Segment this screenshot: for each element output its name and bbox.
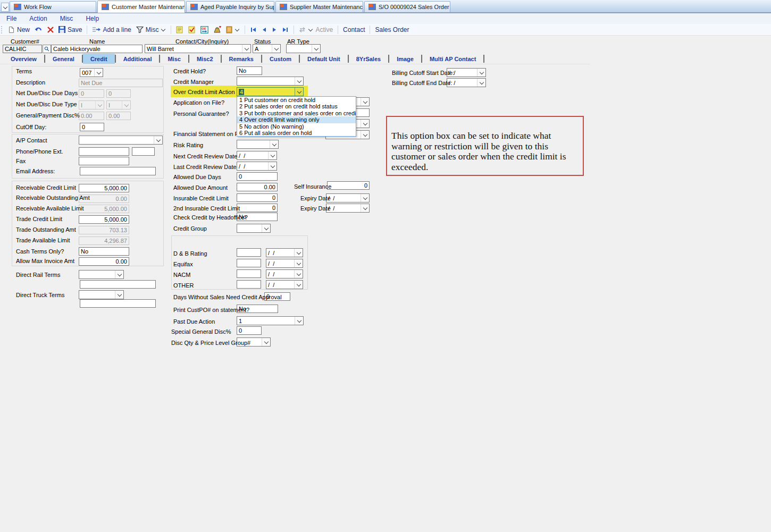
nacm-date-select[interactable]: / / (266, 269, 303, 278)
equifax-field[interactable] (237, 259, 261, 267)
tab-8yrsales[interactable]: 8YrSales (349, 54, 388, 64)
credit-hold-field[interactable]: No (237, 66, 262, 75)
tab-remarks[interactable]: Remarks (222, 54, 261, 64)
window-tab-work-flow[interactable]: Work Flow (10, 1, 96, 12)
credit-group-select[interactable] (237, 224, 271, 233)
menu-misc[interactable]: Misc (54, 15, 80, 22)
direct-truck-terms-select[interactable] (79, 290, 124, 299)
notes-button[interactable] (174, 26, 185, 34)
expiry-date-2-select[interactable]: / / (326, 204, 370, 213)
menu-help[interactable]: Help (79, 15, 105, 22)
direct-rail-terms-select[interactable] (79, 270, 124, 279)
email-field[interactable] (80, 167, 156, 175)
dnb-date-select[interactable]: / / (266, 248, 303, 257)
terms-select[interactable]: 007 (80, 68, 103, 77)
dropdown-option-6[interactable]: 6 Put all sales order on hold (237, 130, 356, 136)
net-due-days-field-1: 0 (79, 89, 104, 98)
direct-rail-terms-label: Direct Rail Terms (16, 272, 61, 278)
special-general-disc-field[interactable]: 0 (237, 326, 262, 335)
phone-ext-field[interactable] (132, 147, 155, 156)
second-insurable-limit-field[interactable]: 0 (237, 204, 278, 212)
toolbar-separator (370, 26, 370, 34)
new-button[interactable]: New (6, 26, 31, 34)
self-insurance-field[interactable]: 0 (327, 181, 370, 190)
tab-overview[interactable]: Overview (3, 54, 44, 64)
dnb-rating-field[interactable] (237, 248, 261, 257)
allowed-due-days-field[interactable]: 0 (237, 172, 278, 181)
trade-credit-limit-field[interactable]: 5,000.00 (79, 215, 129, 224)
nacm-field[interactable] (237, 269, 261, 278)
note-check-button[interactable] (187, 26, 197, 34)
past-due-action-select[interactable]: 1 (237, 316, 304, 325)
undo-button[interactable] (33, 26, 44, 33)
billing-cutoff-end-select[interactable]: / / (447, 78, 486, 87)
ar-type-select[interactable] (286, 44, 321, 53)
status-filter-button[interactable]: Active (297, 26, 334, 34)
window-tab-customer-master[interactable]: Customer Master Maintenance (97, 1, 185, 13)
next-record-button[interactable] (270, 27, 279, 33)
days-without-sales-label: Days Without Sales Need Credit Approval (173, 294, 282, 300)
allow-max-invoice-field[interactable]: 0.00 (79, 257, 129, 266)
customer-number-field[interactable]: CALHIC (3, 45, 42, 53)
tab-credit[interactable]: Credit (83, 54, 115, 64)
oe-button[interactable]: OE (199, 26, 210, 34)
first-record-button[interactable] (248, 27, 258, 33)
other-rating-field[interactable] (237, 280, 261, 289)
fax-field[interactable] (79, 157, 129, 165)
misc-button[interactable]: Misc (135, 26, 168, 34)
expiry-date-1-select[interactable]: / / (326, 193, 370, 202)
last-credit-review-select[interactable]: / / (237, 162, 277, 171)
tab-default-unit[interactable]: Default Unit (300, 54, 348, 64)
cash-terms-field[interactable]: No (79, 247, 129, 256)
dropdown-option-5[interactable]: 5 No action (No warning) (237, 123, 356, 130)
equifax-date-select[interactable]: / / (266, 259, 303, 268)
next-credit-review-select[interactable]: / / (237, 151, 277, 160)
tab-image[interactable]: Image (389, 54, 421, 64)
window-tab-aged-payable[interactable]: Aged Payable Inquiry by Supplier (186, 1, 274, 12)
receivable-credit-limit-field[interactable]: 5,000.00 (79, 184, 129, 192)
window-tab-sales-order[interactable]: S/O 00009024 Sales Order Main... (364, 1, 450, 12)
cutoff-day-field[interactable]: 0 (80, 123, 104, 131)
other-date-value: / / (266, 281, 294, 289)
document-button[interactable] (224, 26, 241, 34)
phone-field[interactable] (79, 147, 129, 156)
delete-button[interactable] (46, 26, 55, 33)
other-date-select[interactable]: / / (266, 280, 303, 289)
name-label: Name (89, 38, 105, 45)
previous-record-button[interactable] (260, 27, 269, 33)
menu-file[interactable]: File (0, 15, 23, 22)
dropdown-option-3[interactable]: 3 Put both customer and sales order on c… (237, 110, 356, 116)
risk-rating-select[interactable] (237, 140, 279, 149)
tab-overflow-button[interactable] (1, 3, 9, 12)
status-value: A (253, 45, 272, 53)
save-button[interactable]: Save (57, 26, 83, 34)
tab-general[interactable]: General (45, 54, 82, 64)
tab-additional[interactable]: Additional (116, 54, 160, 64)
add-a-line-button[interactable]: Add a line (90, 26, 132, 34)
credit-manager-select[interactable] (237, 77, 304, 86)
new-page-icon (8, 26, 15, 33)
contact-button[interactable]: Contact (341, 26, 366, 34)
last-record-button[interactable] (280, 27, 290, 33)
dropdown-option-2[interactable]: 2 Put sales order on credit hold status (237, 103, 356, 109)
menu-action[interactable]: Action (23, 15, 53, 22)
ap-contact-select[interactable] (79, 136, 163, 145)
tab-misc2[interactable]: Misc2 (189, 54, 221, 64)
tab-custom[interactable]: Custom (262, 54, 299, 64)
name-field[interactable]: Caleb Hickoryvale (51, 45, 143, 53)
direct-truck-terms-desc-field[interactable] (80, 299, 156, 308)
status-select[interactable]: A (253, 44, 281, 53)
contact-city-select[interactable]: Will Barret (145, 44, 251, 53)
direct-rail-terms-desc-field[interactable] (80, 280, 156, 289)
customer-search-button[interactable] (43, 45, 51, 53)
sales-order-button[interactable]: Sales Order (373, 26, 410, 34)
allowed-due-amount-field[interactable]: 0.00 (237, 183, 278, 191)
insurable-credit-limit-field[interactable]: 0 (237, 193, 278, 202)
bag-button[interactable] (212, 26, 223, 34)
over-credit-limit-action-select[interactable]: 4 (237, 87, 304, 96)
tab-multi-ap-contact[interactable]: Multi AP Contact (422, 54, 483, 64)
window-tab-supplier-master[interactable]: Supplier Master Maintenance (275, 1, 363, 12)
dropdown-option-4-selected[interactable]: 4 Over credit limit warning only (237, 116, 356, 123)
dropdown-option-1[interactable]: 1 Put customer on credit hold (237, 97, 356, 103)
tab-misc[interactable]: Misc (160, 54, 188, 64)
